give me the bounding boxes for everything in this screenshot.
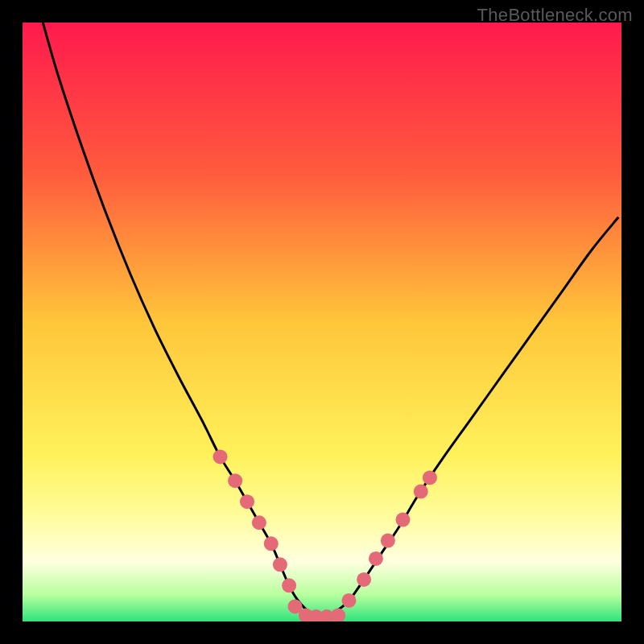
marker-dot [357,572,371,587]
marker-dot [252,515,266,530]
gradient-background [23,23,621,621]
marker-dot [228,473,242,488]
marker-dot [213,449,228,464]
marker-dot [414,485,428,499]
chart-frame: TheBottleneck.com [0,0,644,644]
marker-dot [369,551,383,566]
marker-dot [423,470,437,485]
plot-area [23,23,621,621]
marker-dot [341,593,356,608]
marker-dot [282,578,296,592]
plot-svg [23,23,621,621]
marker-dot [273,557,287,572]
marker-dot [240,494,254,509]
marker-dot [381,534,395,548]
marker-dot [264,536,279,551]
watermark-text: TheBottleneck.com [477,5,633,26]
marker-dot [395,513,410,527]
